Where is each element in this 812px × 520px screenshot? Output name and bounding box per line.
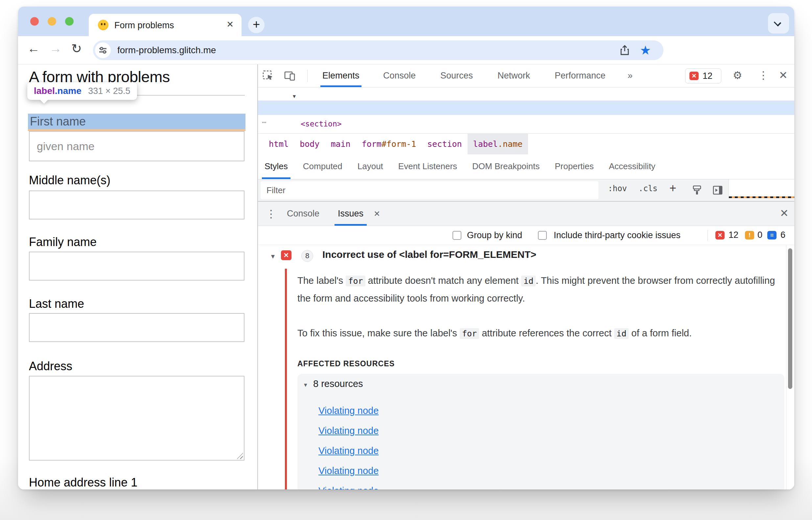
last-name-field-wrap [29, 313, 245, 342]
inspect-element-button[interactable] [262, 70, 274, 82]
inspect-highlight-first-name: First name [28, 114, 246, 129]
tab-styles[interactable]: Styles [264, 154, 288, 179]
drawer-close-icon[interactable]: ✕ [780, 207, 789, 219]
tab-search-chevron-button[interactable] [768, 13, 789, 33]
settings-gear-icon[interactable]: ⚙ [733, 69, 742, 81]
scrollbar-thumb[interactable] [788, 248, 792, 389]
given-name-field-wrap [29, 131, 245, 161]
devtools-menu-icon[interactable]: ⋮ [758, 69, 769, 81]
styles-filter-input[interactable] [260, 181, 599, 199]
url-text[interactable]: form-problems.glitch.me [117, 45, 216, 55]
issue-severity-stripe [285, 269, 287, 490]
tab-strip: Form problems ✕ + [18, 6, 794, 36]
address-bar[interactable]: form-problems.glitch.me ★ [93, 41, 663, 60]
screenshot-stage: Form problems ✕ + ← → ↻ form-problems.gl… [0, 0, 812, 520]
address-textarea[interactable] [29, 376, 245, 461]
device-toolbar-button[interactable] [284, 70, 296, 82]
tab-network[interactable]: Network [498, 64, 530, 87]
share-button[interactable] [619, 44, 631, 56]
site-settings-button[interactable] [95, 42, 111, 58]
scrollbar-track [786, 245, 786, 490]
show-sidebar-button[interactable] [712, 185, 723, 196]
issue-error-icon: ✕ [281, 250, 291, 260]
traffic-light-zoom[interactable] [65, 17, 74, 26]
error-bubble-icon: ✕ [715, 231, 725, 239]
violating-node-link[interactable]: Violating node [319, 405, 379, 416]
paint-brush-icon [692, 185, 703, 196]
affected-resources-heading: AFFECTED RESOURCES [297, 359, 395, 368]
code-line-label-selected[interactable]: ⋯ <label for class="name" name="first-na… [258, 101, 794, 115]
new-style-rule-button[interactable]: + [669, 181, 676, 195]
window-content: A form with problems First name label.na… [18, 64, 794, 490]
more-tabs-button[interactable]: » [628, 64, 633, 87]
issues-error-count: 12 [729, 230, 738, 240]
tab-properties[interactable]: Properties [555, 154, 594, 179]
bookmark-star-icon[interactable]: ★ [640, 43, 652, 55]
forward-button[interactable]: → [49, 42, 62, 55]
breadcrumb-label-name[interactable]: label.name [467, 134, 528, 154]
share-icon [619, 44, 631, 56]
middle-name-input[interactable] [30, 191, 244, 219]
device-toolbar-icon [284, 70, 296, 82]
panel-right-icon [712, 185, 723, 196]
drawer-menu-icon[interactable]: ⋮ [266, 208, 276, 220]
tooltip-tag: label [34, 86, 55, 96]
elements-tree: ▼ <section> ⋯ <label for class="name" na… [258, 87, 794, 133]
given-name-input[interactable] [30, 132, 244, 161]
group-by-kind-checkbox[interactable] [453, 231, 461, 240]
back-button[interactable]: ← [27, 42, 40, 55]
drawer-tab-bar: ⋮ Console Issues ✕ ✕ [258, 202, 794, 226]
third-party-checkbox[interactable] [538, 231, 547, 240]
family-name-input[interactable] [30, 252, 244, 280]
tab-close-icon[interactable]: ✕ [226, 19, 234, 30]
breadcrumb: html body main form#form-1 section label… [258, 133, 794, 154]
issue-expander-icon[interactable]: ▼ [270, 253, 276, 260]
rendering-emulation-button[interactable] [692, 185, 703, 196]
tab-dom-breakpoints[interactable]: DOM Breakpoints [472, 154, 539, 179]
cls-toggle[interactable]: .cls [638, 184, 658, 193]
breadcrumb-body[interactable]: body [294, 134, 325, 154]
drawer-tab-issues[interactable]: Issues [338, 202, 363, 226]
tab-event-listeners[interactable]: Event Listeners [398, 154, 457, 179]
group-by-kind-label[interactable]: Group by kind [467, 230, 522, 240]
traffic-light-minimize[interactable] [48, 17, 56, 26]
last-name-input[interactable] [30, 314, 244, 341]
styles-sidebar-gap [729, 198, 794, 201]
tab-console[interactable]: Console [383, 64, 416, 87]
browser-tab[interactable]: Form problems ✕ [89, 14, 242, 36]
third-party-label[interactable]: Include third-party cookie issues [554, 230, 681, 240]
hov-toggle[interactable]: :hov [608, 184, 627, 193]
new-tab-button[interactable]: + [248, 17, 264, 33]
breadcrumb-form[interactable]: form#form-1 [356, 134, 422, 154]
resources-summary[interactable]: 8 resources [313, 379, 363, 389]
traffic-light-close[interactable] [30, 17, 39, 26]
resize-handle-icon[interactable] [237, 453, 243, 459]
chevron-down-icon [774, 19, 782, 27]
issues-tab-close-icon[interactable]: ✕ [374, 202, 380, 226]
error-bubble-icon: ✕ [689, 72, 699, 80]
violating-node-link[interactable]: Violating node [319, 466, 379, 476]
violating-node-link[interactable]: Violating node [319, 445, 379, 456]
resources-expander-icon[interactable]: ▾ [304, 381, 307, 389]
tab-elements[interactable]: Elements [322, 64, 359, 87]
tab-accessibility[interactable]: Accessibility [609, 154, 656, 179]
tab-computed[interactable]: Computed [303, 154, 342, 179]
devtools-panel: Elements Console Sources Network Perform… [258, 64, 794, 490]
tab-sources[interactable]: Sources [440, 64, 473, 87]
violating-node-link[interactable]: Violating node [319, 486, 379, 490]
tab-performance[interactable]: Performance [555, 64, 606, 87]
code-line-input[interactable]: <input id="given-name" name="given-name"… [258, 115, 794, 129]
drawer-tab-console[interactable]: Console [287, 202, 320, 226]
devtools-close-icon[interactable]: ✕ [779, 69, 788, 81]
code-line-placeholder[interactable]: placeholder="given-name"> [258, 129, 794, 133]
warning-bubble-icon: ! [745, 231, 754, 239]
tab-layout[interactable]: Layout [357, 154, 383, 179]
breadcrumb-html[interactable]: html [263, 134, 294, 154]
family-name-label: Family name [29, 235, 97, 249]
violating-node-link[interactable]: Violating node [319, 425, 379, 436]
breadcrumb-section[interactable]: section [422, 134, 467, 154]
breadcrumb-main[interactable]: main [325, 134, 356, 154]
issue-title[interactable]: Incorrect use of <label for=FORM_ELEMENT… [322, 249, 536, 260]
reload-button[interactable]: ↻ [71, 42, 82, 56]
issues-count-button[interactable]: ✕ 12 [685, 68, 721, 83]
